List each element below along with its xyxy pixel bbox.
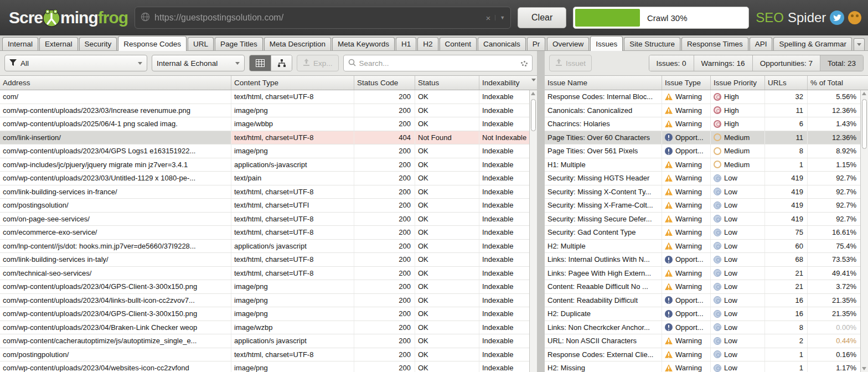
column-header-indexability[interactable]: Indexability bbox=[479, 76, 537, 90]
tab-site-structure[interactable]: Site Structure bbox=[624, 37, 680, 50]
scroll-thumb[interactable] bbox=[862, 99, 867, 149]
issue-row[interactable]: Content: Reaable Difficult No ...Warning… bbox=[545, 280, 860, 294]
counter-opportunities[interactable]: Opportunities: 7 bbox=[752, 55, 820, 71]
column-options-icon[interactable] bbox=[531, 79, 536, 81]
issue-row[interactable]: H2: MultipleWarningLow6075.4% bbox=[545, 240, 860, 254]
tab-security[interactable]: Security bbox=[79, 37, 117, 50]
tree-view-button[interactable] bbox=[271, 55, 292, 71]
issue-row[interactable]: Links: Pagee With High Extern...WarningL… bbox=[545, 267, 860, 281]
table-row[interactable]: com/wp-content/uploads/2023/04/Braken-Li… bbox=[0, 321, 529, 335]
tab-response-codes[interactable]: Response Codes bbox=[118, 36, 187, 51]
table-row[interactable]: com/text/html, charset=UTF-8200OKIndexab… bbox=[0, 90, 529, 104]
scroll-down-icon[interactable] bbox=[862, 367, 866, 370]
issue-row[interactable]: Security: Missing X-Frame-Colt...Warning… bbox=[545, 199, 860, 213]
issue-row[interactable]: Security: Missing HGTS HeaderWarningLow4… bbox=[545, 172, 860, 185]
scope-dropdown[interactable]: Internal & Echonal bbox=[152, 55, 245, 71]
table-row[interactable]: com/wp-content/uploads/2023/04/links-bul… bbox=[0, 294, 529, 308]
issue-row[interactable]: Page Tities: Over 561 PixelsOpport...Med… bbox=[545, 144, 860, 158]
export-button[interactable]: Exp... bbox=[297, 55, 339, 71]
table-row[interactable]: com/wp-content/uploads/2023/03/Increase … bbox=[0, 104, 529, 118]
issue-row[interactable]: Response Codes: Internal Bloc...WarningH… bbox=[545, 90, 860, 104]
search-box[interactable] bbox=[343, 55, 533, 71]
tab-canonicals[interactable]: Canonicals bbox=[478, 37, 526, 50]
clear-url-icon[interactable]: × bbox=[485, 13, 490, 23]
column-header-issue-name[interactable]: Issue Name bbox=[545, 76, 662, 90]
tab-pr[interactable]: Pr bbox=[527, 37, 546, 50]
table-row[interactable]: com/lnp-content//js/dot: hooks.min.jp7ve… bbox=[0, 240, 529, 254]
tab-h2[interactable]: H2 bbox=[417, 37, 438, 50]
column-header-pct-of-total[interactable]: % of Total bbox=[808, 76, 868, 90]
left-table-scrollbar[interactable] bbox=[529, 90, 537, 372]
url-dropdown-icon[interactable]: ▼ bbox=[495, 15, 505, 20]
tab-meta-keywords[interactable]: Meta Keywords bbox=[332, 37, 395, 50]
tab-internal[interactable]: Internal bbox=[2, 37, 38, 50]
search-input[interactable] bbox=[359, 59, 518, 68]
issue-row[interactable]: Security: Missing X-Content Ty...Warning… bbox=[545, 185, 860, 199]
issue-row[interactable]: Links: Non Checrkcker Anchor...Opport...… bbox=[545, 321, 860, 335]
column-header-address[interactable]: Address bbox=[0, 76, 231, 90]
scroll-up-icon[interactable] bbox=[531, 92, 535, 95]
tab-h1[interactable]: H1 bbox=[396, 37, 416, 50]
table-row[interactable]: com/technical-seo-services/text/html, ch… bbox=[0, 267, 529, 281]
table-row[interactable]: com/ecommerce-exo-service/text/html, cha… bbox=[0, 226, 529, 240]
tab-page-titles[interactable]: Page Titles bbox=[215, 37, 263, 50]
table-row[interactable]: com/on-page-see-services/text/html, char… bbox=[0, 213, 529, 226]
table-row[interactable]: com/postingpolution/text/html, charset=U… bbox=[0, 348, 529, 362]
issue-row[interactable]: Response Codes: External Clie...WarningL… bbox=[545, 348, 860, 362]
issue-row[interactable]: Canonicals: CanonicalizedWarningHigh1112… bbox=[545, 104, 860, 118]
table-row[interactable]: com/wp-content/uploads/2025/06/4-1 png s… bbox=[0, 117, 529, 131]
issue-row[interactable]: H2: MissingWarningLow11.17% bbox=[545, 361, 860, 372]
tab-meta-description[interactable]: Meta Description bbox=[264, 37, 331, 50]
tab-response-times[interactable]: Response Times bbox=[681, 37, 748, 50]
column-header-issue-priority[interactable]: Issue Priority bbox=[711, 76, 765, 90]
column-header-status-code[interactable]: Status Code bbox=[354, 76, 415, 90]
issue-row[interactable]: Content: Readability DifficultOpport...L… bbox=[545, 294, 860, 308]
table-row[interactable]: com/wp-content/uploads/2023/03/Untitled-… bbox=[0, 172, 529, 185]
column-header-issue-type[interactable]: Issue Type bbox=[662, 76, 711, 90]
filter-dropdown[interactable]: All bbox=[4, 55, 147, 71]
column-header-content-type[interactable]: Content Type bbox=[231, 76, 354, 90]
counter-warnings[interactable]: Warnings: 16 bbox=[694, 55, 752, 71]
tab-url[interactable]: URL bbox=[188, 37, 214, 50]
issue-row[interactable]: Page Tities: Over 60 CharactersOpport...… bbox=[545, 131, 860, 145]
tab-overview[interactable]: Overview bbox=[547, 37, 589, 50]
issues-export-button[interactable]: Issuet bbox=[549, 55, 592, 71]
search-options-icon[interactable] bbox=[521, 60, 528, 66]
table-row[interactable]: com/link-insertion/text/html, charset=UT… bbox=[0, 131, 529, 145]
table-row[interactable]: com/wp-content/cacherautoptimize/js/auto… bbox=[0, 334, 529, 348]
table-row[interactable]: com/postingsolution/text/html, charset=U… bbox=[0, 199, 529, 213]
panel-divider[interactable] bbox=[537, 51, 545, 372]
tab-issues[interactable]: Issues bbox=[590, 36, 623, 51]
table-row[interactable]: com/link-building-services in-taly/text/… bbox=[0, 253, 529, 267]
table-row[interactable]: com/wp-includes/jc/pjuery/jquery migrate… bbox=[0, 158, 529, 172]
table-row[interactable]: com/wp-content/uploads/2023/04/GPS Logs1… bbox=[0, 144, 529, 158]
tab-external[interactable]: External bbox=[39, 37, 78, 50]
issue-row[interactable]: H1: MultipleWarningMedium11.15% bbox=[545, 158, 860, 172]
scroll-up-icon[interactable] bbox=[862, 92, 866, 95]
issue-row[interactable]: URL: Non ASCII CharactersWarningLow20.44… bbox=[545, 334, 860, 348]
issue-row[interactable]: Links: Internal Outlinks With N...Opport… bbox=[545, 253, 860, 267]
clear-button[interactable]: Clear bbox=[518, 7, 566, 28]
issue-row[interactable]: H2: DuplicateOpport...Low1621.35% bbox=[545, 307, 860, 321]
issue-row[interactable]: Security: Gad Content TypeWarningLow7516… bbox=[545, 226, 860, 240]
counter-issues[interactable]: Issues: 0 bbox=[649, 55, 694, 71]
issues-table-scrollbar[interactable] bbox=[860, 90, 868, 372]
tab-spelling-grammar[interactable]: Spelling & Grammar bbox=[773, 37, 852, 50]
table-row[interactable]: com/wp-content/uploads/2023/04/GPS-Clien… bbox=[0, 280, 529, 294]
frog-badge-icon[interactable] bbox=[848, 11, 861, 24]
tab-content[interactable]: Content bbox=[440, 37, 477, 50]
table-row[interactable]: com/link-building-services in-france/tex… bbox=[0, 185, 529, 199]
table-view-button[interactable] bbox=[250, 55, 271, 71]
scroll-thumb[interactable] bbox=[531, 99, 536, 131]
column-header-urls[interactable]: URLs bbox=[765, 76, 808, 90]
counter-total[interactable]: Total: 23 bbox=[820, 55, 863, 71]
table-row[interactable]: com/wp-content/uploads/2023/04/GPS-Clien… bbox=[0, 307, 529, 321]
table-row[interactable]: com/wp-content/uploads/2023/04/websites-… bbox=[0, 361, 529, 372]
column-header-status[interactable]: Status bbox=[415, 76, 479, 90]
url-input-value[interactable]: https://guestpostingsolution.com/ bbox=[154, 13, 481, 23]
twitter-icon[interactable] bbox=[830, 11, 844, 25]
url-input-wrap[interactable]: https://guestpostingsolution.com/ × ▼ bbox=[135, 7, 511, 29]
issue-row[interactable]: Security: Missing Secure Defer...Warning… bbox=[545, 213, 860, 226]
tab-api[interactable]: API bbox=[750, 37, 773, 50]
issue-row[interactable]: Chacrincs: HolariesWarningHigh61.43% bbox=[545, 117, 860, 131]
